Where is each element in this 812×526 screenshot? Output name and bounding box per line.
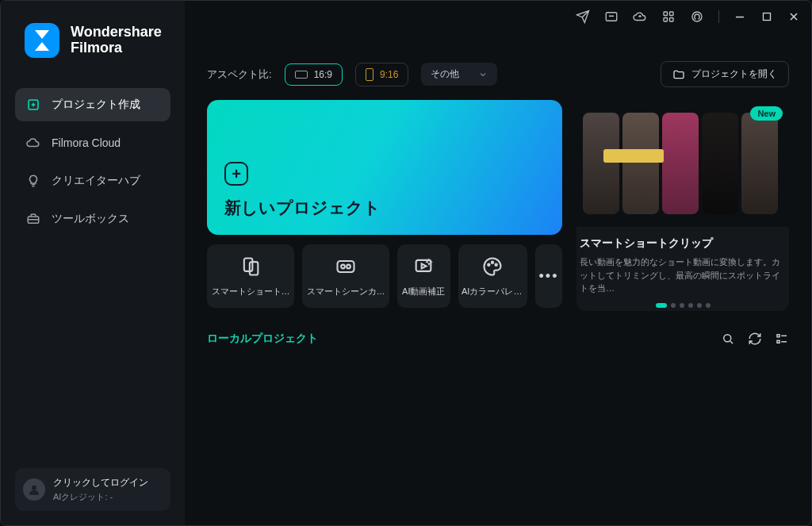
view-toggle-icon[interactable] [775,332,789,346]
svg-point-19 [724,334,731,341]
svg-rect-10 [244,258,253,271]
brand-line1: Wondershare [71,25,162,40]
svg-rect-11 [250,262,259,275]
top-row: アスペクト比: 16:9 9:16 その他 プロジェクトを開く [185,40,811,100]
open-project-label: プロジェクトを開く [691,67,777,81]
sidebar-item-creator-hub[interactable]: クリエイターハブ [15,164,170,198]
sidebar-item-label: クリエイターハブ [52,174,140,188]
dot[interactable] [688,303,693,308]
new-badge: New [750,106,783,121]
tool-ai-video-enhance[interactable]: AI動画補正 [397,244,450,308]
tool-label: AI動画補正 [402,286,445,298]
ratio-landscape-icon [295,71,308,79]
sidebar: Wondershare Filmora プロジェクト作成 Filmora Clo… [1,1,185,525]
tool-smart-short-clip[interactable]: スマートショートク… [207,244,294,308]
svg-point-18 [496,263,497,265]
dot[interactable] [706,303,710,308]
cloud-icon [26,136,40,150]
sidebar-item-toolbox[interactable]: ツールボックス [15,202,170,236]
refresh-icon[interactable] [748,332,762,346]
aspect-ratio-other-dropdown[interactable]: その他 [421,63,497,86]
palette-icon [481,255,504,278]
tool-more-button[interactable]: ••• [535,244,562,308]
left-column: + 新しいプロジェクト スマートショートク… スマートシーンカット AI動画補正 [207,100,562,311]
plus-icon: + [224,162,248,186]
lightbulb-icon [26,174,40,188]
new-project-label: 新しいプロジェクト [224,197,545,219]
brand: Wondershare Filmora [1,1,185,66]
svg-point-17 [492,261,493,263]
ratio-text: 16:9 [314,69,332,80]
shortclip-icon [239,255,262,278]
tool-ai-color-palette[interactable]: AIカラーパレット [458,244,527,308]
plus-square-icon [26,98,40,112]
aspect-ratio-label: アスペクト比: [207,67,272,82]
brand-line2: Filmora [71,40,162,56]
svg-point-16 [488,263,489,265]
other-label: その他 [431,67,459,81]
content-grid: + 新しいプロジェクト スマートショートク… スマートシーンカット AI動画補正 [185,100,811,311]
feature-thumbnail-row: New [576,100,789,227]
feature-thumb [702,113,738,214]
local-projects-title: ローカルプロジェクト [207,332,318,346]
sidebar-item-label: Filmora Cloud [52,136,121,149]
main-area: アスペクト比: 16:9 9:16 その他 プロジェクトを開く + 新しいプロジ… [185,1,811,525]
svg-point-13 [341,264,345,268]
feature-card[interactable]: New スマートショートクリップ 長い動画を魅力的なショート動画に変換します。カ… [576,100,789,311]
svg-rect-20 [777,334,779,336]
feature-thumb [583,113,619,214]
avatar-icon [23,478,45,501]
brand-text: Wondershare Filmora [71,25,162,56]
sidebar-nav: プロジェクト作成 Filmora Cloud クリエイターハブ ツールボックス [1,88,185,236]
folder-icon [672,68,685,81]
tool-label: AIカラーパレット [462,286,524,298]
local-projects-header: ローカルプロジェクト [185,311,811,346]
ai-credits: AIクレジット: - [53,491,148,503]
login-box[interactable]: クリックしてログイン AIクレジット: - [15,468,170,511]
aspect-ratio-16-9-button[interactable]: 16:9 [285,63,343,86]
chevron-down-icon [478,70,488,79]
more-icon: ••• [539,268,559,285]
enhance-icon [412,255,435,278]
new-project-card[interactable]: + 新しいプロジェクト [207,100,562,235]
dot[interactable] [697,303,702,308]
brand-logo-icon [25,23,59,58]
sidebar-item-create-project[interactable]: プロジェクト作成 [15,88,170,121]
dot[interactable] [680,303,684,308]
toolbox-icon [26,212,40,226]
feature-description: 長い動画を魅力的なショート動画に変換します。カットしてトリミングし、最高の瞬間に… [576,255,789,300]
login-prompt: クリックしてログイン [53,476,148,490]
sidebar-item-label: プロジェクト作成 [52,98,140,112]
scenecut-icon [335,255,357,278]
open-project-button[interactable]: プロジェクトを開く [661,61,789,87]
tool-smart-scene-cut[interactable]: スマートシーンカット [302,244,389,308]
sidebar-item-label: ツールボックス [52,212,129,226]
sidebar-item-filmora-cloud[interactable]: Filmora Cloud [15,126,170,159]
search-icon[interactable] [721,332,735,346]
login-text: クリックしてログイン AIクレジット: - [53,476,148,503]
feature-thumb [741,113,778,214]
svg-point-9 [32,486,36,490]
ratio-text: 9:16 [380,69,398,80]
feature-title: スマートショートクリップ [576,227,789,255]
tool-row: スマートショートク… スマートシーンカット AI動画補正 AIカラーパレット •… [207,244,562,308]
dot[interactable] [671,303,676,308]
feature-thumb [662,113,699,214]
svg-rect-21 [777,340,779,343]
carousel-dots[interactable] [576,300,789,311]
svg-point-14 [347,264,350,268]
tool-label: スマートショートク… [212,286,290,298]
ratio-portrait-icon [366,68,373,81]
svg-rect-12 [338,261,354,272]
dot-active[interactable] [656,303,667,308]
tool-label: スマートシーンカット [307,286,385,298]
aspect-ratio-9-16-button[interactable]: 9:16 [355,63,408,86]
feature-thumb [622,113,659,214]
